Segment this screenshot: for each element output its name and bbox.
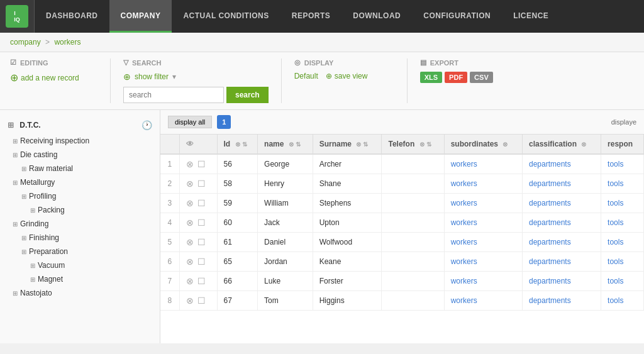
row-cancel-icon[interactable]: ⊗ [186,257,194,267]
save-view-button[interactable]: ⊕ save view [326,72,368,80]
col-sort-icon[interactable]: ⇅ [242,141,247,148]
row-cancel-icon[interactable]: ⊗ [186,276,194,286]
row-telefon [382,252,444,272]
row-classification: departments [522,252,601,272]
nav-company[interactable]: COMPANY [109,0,172,33]
row-classification: departments [522,194,601,213]
col-filter-icon[interactable]: ⊗ [502,141,508,148]
row-controls: ⊗ ☐ [179,194,217,213]
search-input[interactable] [123,87,224,103]
node-icon: ⊞ [13,221,18,228]
search-button[interactable]: search [226,87,269,103]
display-section: ◎ DISPLAY Default ⊕ save view [282,58,408,103]
tree-node-profiling[interactable]: ⊞ Profiling [0,189,160,203]
row-cancel-icon[interactable]: ⊗ [186,218,194,228]
row-edit-icon[interactable]: ☐ [197,218,206,228]
table-row: 5 ⊗ ☐ 61 Daniel Wolfwood workers departm… [160,233,644,252]
default-view-link[interactable]: Default [294,72,318,80]
row-cancel-icon[interactable]: ⊗ [186,179,194,189]
tree-node-magnet[interactable]: ⊞ Magnet [0,272,160,286]
tree-node-nastojato[interactable]: ⊞ Nastojato [0,286,160,300]
row-edit-icon[interactable]: ☐ [197,237,206,247]
node-icon: ⊞ [30,262,35,269]
clock-icon[interactable]: 🕐 [142,120,152,130]
tree-node-preparation[interactable]: ⊞ Preparation [0,245,160,258]
row-id: 66 [217,272,258,291]
tree-node-raw-material[interactable]: ⊞ Raw material [0,162,160,175]
nav-licence[interactable]: LICENCE [502,0,560,33]
col-name: name ⊗ ⇅ [258,135,313,154]
search-section: ▽ SEARCH ⊕ show filter ▾ search [111,58,282,103]
row-classification: departments [522,291,601,311]
row-id: 67 [217,291,258,311]
grid-icon: ⊞ [8,121,14,130]
export-xls-button[interactable]: XLS [420,72,442,83]
export-buttons: XLS PDF CSV [420,72,493,83]
col-filter-icon[interactable]: ⊗ [419,141,425,148]
row-name: Jordan [258,252,313,272]
row-subordinates: workers [444,174,522,194]
row-cancel-icon[interactable]: ⊗ [186,296,194,306]
row-classification: departments [522,154,601,174]
tree-node-receiving[interactable]: ⊞ Receiving inspection [0,134,160,148]
table-row: 6 ⊗ ☐ 65 Jordan Keane workers department… [160,252,644,272]
tree-node-vacuum[interactable]: ⊞ Vacuum [0,258,160,272]
col-sort-icon[interactable]: ⇅ [426,141,431,148]
row-name: William [258,194,313,213]
node-icon: ⊞ [13,152,18,158]
row-edit-icon[interactable]: ☐ [197,179,206,189]
add-record-button[interactable]: ⊕ add a new record [10,72,97,84]
row-surname: Shane [313,174,382,194]
node-icon: ⊞ [30,207,35,214]
row-edit-icon[interactable]: ☐ [197,159,206,169]
row-id: 59 [217,194,258,213]
workers-table: 👁 Id ⊗ ⇅ name ⊗ ⇅ [160,135,644,311]
row-edit-icon[interactable]: ☐ [197,257,206,267]
display-bar: display all 1 displaye [160,110,644,135]
search-icon: ▽ [123,58,128,67]
export-title: EXPORT [430,59,458,67]
tree-node-die-casting[interactable]: ⊞ Die casting [0,148,160,162]
node-icon: ⊞ [30,276,35,283]
tree-node-metallurgy[interactable]: ⊞ Metallurgy [0,175,160,189]
row-number: 3 [160,194,179,213]
col-surname: Surname ⊗ ⇅ [313,135,382,154]
col-filter-icon[interactable]: ⊗ [289,141,294,148]
row-edit-icon[interactable]: ☐ [197,296,206,306]
nav-download[interactable]: DOWNLOAD [341,0,412,33]
filter-arrow-icon: ▾ [172,72,176,81]
row-edit-icon[interactable]: ☐ [197,276,206,286]
tree-root-label[interactable]: D.T.C. [19,121,40,130]
col-sort-icon[interactable]: ⇅ [363,141,368,148]
display-all-button[interactable]: display all [168,116,212,128]
row-subordinates: workers [444,233,522,252]
row-respon: tools [601,174,644,194]
nav-reports[interactable]: REPORTS [280,0,342,33]
tree-node-grinding[interactable]: ⊞ Grinding [0,217,160,231]
tree-node-packing[interactable]: ⊞ Packing [0,203,160,217]
export-csv-button[interactable]: CSV [470,72,493,83]
logo-icon: IIQ [6,5,28,28]
nav-configuration[interactable]: CONFIGURATION [412,0,502,33]
row-cancel-icon[interactable]: ⊗ [186,237,194,247]
nav-dashboard[interactable]: DASHBOARD [35,0,109,33]
row-edit-icon[interactable]: ☐ [197,198,206,208]
table-row: 1 ⊗ ☐ 56 George Archer workers departmen… [160,154,644,174]
col-filter-icon[interactable]: ⊗ [356,141,361,148]
row-surname: Forster [313,272,382,291]
breadcrumb-parent[interactable]: company [10,38,41,47]
col-filter-icon[interactable]: ⊗ [581,141,586,148]
row-cancel-icon[interactable]: ⊗ [186,159,194,169]
nav-actual-conditions[interactable]: ACTUAL CONDITIONS [172,0,280,33]
col-filter-icon[interactable]: ⊗ [235,141,240,148]
col-sort-icon[interactable]: ⇅ [296,141,301,148]
row-name: Daniel [258,233,313,252]
row-cancel-icon[interactable]: ⊗ [186,198,194,208]
row-id: 56 [217,154,258,174]
count-badge: 1 [217,115,231,129]
row-number: 5 [160,233,179,252]
breadcrumb-current[interactable]: workers [54,38,80,47]
tree-node-finishing[interactable]: ⊞ Finishing [0,231,160,245]
export-pdf-button[interactable]: PDF [445,72,467,83]
show-filter-toggle[interactable]: ⊕ show filter ▾ [123,72,269,82]
